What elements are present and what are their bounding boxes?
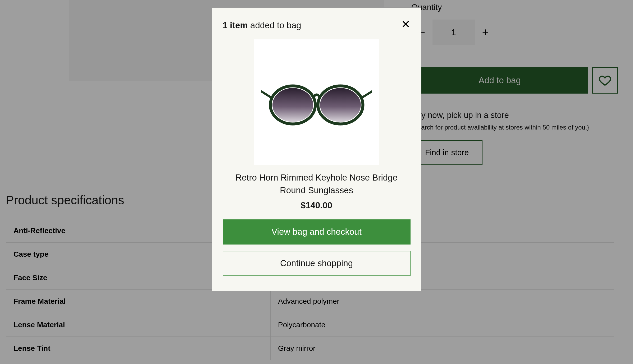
modal-title: 1 item added to bag bbox=[223, 20, 411, 30]
close-icon bbox=[402, 20, 410, 28]
close-button[interactable] bbox=[399, 18, 412, 31]
svg-point-1 bbox=[272, 88, 313, 122]
svg-point-3 bbox=[320, 88, 361, 122]
modal-product-name: Retro Horn Rimmed Keyhole Nose Bridge Ro… bbox=[223, 171, 411, 197]
modal-title-strong: 1 item bbox=[223, 20, 248, 30]
modal-product-price: $140.00 bbox=[223, 200, 411, 210]
modal-product-image bbox=[254, 39, 379, 165]
sunglasses-icon bbox=[261, 76, 372, 129]
modal-overlay[interactable]: 1 item added to bag bbox=[0, 0, 633, 364]
modal-title-rest: added to bag bbox=[248, 20, 301, 30]
view-bag-checkout-button[interactable]: View bag and checkout bbox=[223, 219, 411, 245]
continue-shopping-button[interactable]: Continue shopping bbox=[223, 251, 411, 276]
added-to-bag-modal: 1 item added to bag bbox=[212, 7, 421, 291]
